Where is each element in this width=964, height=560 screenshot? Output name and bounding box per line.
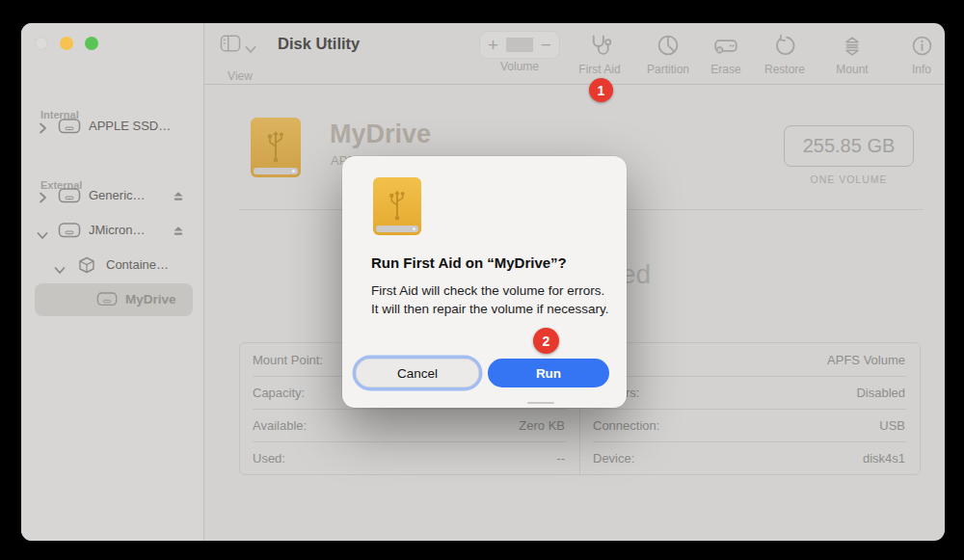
disk-icon: [58, 186, 81, 208]
annotation-badge-1: 1: [589, 78, 613, 102]
chevron-down-icon[interactable]: [37, 227, 48, 244]
toolbar-label-restore: Restore: [764, 63, 805, 76]
sidebar-item-jmicron[interactable]: JMicron…: [21, 217, 204, 244]
volume-group-divider: [506, 38, 532, 52]
info-row-available: Available:Zero KB: [240, 409, 579, 441]
external-drive-icon: [373, 177, 421, 235]
chevron-down-icon: [245, 40, 256, 58]
toolbar-label-erase: Erase: [710, 63, 740, 76]
info-row-owners: Owners:Disabled: [580, 376, 920, 409]
run-button[interactable]: Run: [488, 359, 609, 387]
volume-add-remove-group: + −: [480, 32, 559, 58]
disk-icon: [96, 290, 118, 311]
info-row-connection: Connection:USB: [580, 409, 920, 441]
toolbar-label-first-aid: First Aid: [578, 63, 620, 76]
toolbar-label-partition: Partition: [647, 63, 689, 76]
annotation-badge-2: 2: [533, 328, 559, 354]
disk-icon: [58, 117, 81, 139]
chevron-down-icon[interactable]: [54, 261, 66, 279]
eject-icon[interactable]: [172, 224, 185, 241]
erase-disk-icon: [712, 30, 739, 61]
sidebar-item-mydrive-selected[interactable]: MyDrive: [35, 283, 193, 316]
toolbar-label-mount: Mount: [836, 63, 868, 76]
external-drive-icon: [251, 118, 301, 177]
view-button[interactable]: View: [212, 29, 272, 81]
sidebar-item-label: MyDrive: [125, 292, 176, 307]
chevron-right-icon[interactable]: [39, 190, 47, 207]
dialog-handle: [527, 402, 554, 404]
container-cube-icon: [78, 256, 95, 279]
run-first-aid-dialog: Run First Aid on “MyDrive”? First Aid wi…: [342, 156, 627, 408]
chevron-right-icon[interactable]: [39, 120, 47, 138]
toolbar-volume: + − Volume: [479, 30, 560, 73]
first-aid-stethoscope-icon: [587, 30, 613, 61]
close-window-button[interactable]: [35, 37, 48, 50]
toolbar-divider: [204, 84, 945, 85]
toolbar-info-button[interactable]: Info: [881, 30, 962, 76]
disk-icon: [58, 221, 81, 243]
cancel-button[interactable]: Cancel: [356, 359, 479, 387]
add-volume-button[interactable]: +: [480, 34, 506, 57]
remove-volume-button[interactable]: −: [533, 34, 559, 57]
dialog-title: Run First Aid on “MyDrive”?: [371, 254, 567, 271]
info-row-used: Used:--: [240, 441, 579, 474]
sidebar-item-generic[interactable]: Generic…: [21, 182, 204, 209]
drive-name-title: MyDrive: [330, 120, 431, 149]
zoom-window-button[interactable]: [85, 37, 98, 50]
sidebar-item-label: JMicron…: [89, 223, 146, 237]
capacity-caption: ONE VOLUME: [784, 173, 914, 185]
restore-arrow-icon: [773, 30, 797, 61]
minimize-window-button[interactable]: [60, 37, 73, 50]
sidebar-item-label: APPLE SSD…: [89, 119, 171, 133]
toolbar-label-info: Info: [912, 63, 931, 76]
partition-pie-icon: [656, 30, 681, 61]
view-button-label: View: [212, 69, 268, 83]
sidebar: Internal APPLE SSD… External Generic… JM…: [21, 23, 204, 541]
sidebar-item-container[interactable]: Containe…: [21, 252, 204, 279]
sidebar-item-label: Containe…: [106, 257, 169, 272]
dialog-message: First Aid will check the volume for erro…: [371, 282, 612, 318]
sidebar-toggle-icon: [220, 34, 241, 57]
mount-icon: [840, 30, 865, 61]
toolbar-label-volume: Volume: [500, 60, 539, 73]
sidebar-item-label: Generic…: [89, 188, 146, 202]
capacity-button[interactable]: 255.85 GB: [784, 125, 914, 167]
eject-icon[interactable]: [172, 189, 185, 206]
info-row-type: APFS Volume: [580, 343, 920, 376]
window-title: Disk Utility: [278, 35, 360, 53]
info-row-device: Device:disk4s1: [580, 441, 920, 474]
info-table-right-column: APFS Volume Owners:Disabled Connection:U…: [579, 343, 920, 474]
sidebar-item-apple-ssd[interactable]: APPLE SSD…: [21, 113, 204, 140]
info-icon: [910, 30, 934, 61]
